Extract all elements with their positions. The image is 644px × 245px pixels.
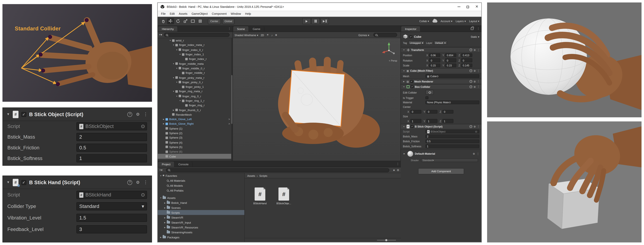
tab-game[interactable]: Game xyxy=(249,26,264,31)
kebab-menu-icon[interactable]: ⋮ xyxy=(395,163,401,166)
tab-hierarchy[interactable]: Hierarchy xyxy=(158,26,178,31)
hierarchy-item[interactable]: ▼wrist_r xyxy=(158,38,231,43)
axis-field[interactable]: 1 xyxy=(410,119,422,123)
minimize-button[interactable] xyxy=(454,3,463,11)
axis-field[interactable]: 0 xyxy=(446,58,456,62)
foldout-arrow-icon[interactable]: ▼ xyxy=(172,44,175,46)
scene-lighting-toggle[interactable]: ☀ xyxy=(266,33,269,36)
hierarchy-item[interactable]: ▶Bstick_Glove_Right> xyxy=(158,122,231,126)
project-tree-item[interactable]: Scripts xyxy=(158,210,244,215)
help-icon[interactable]: ? xyxy=(470,85,472,88)
foldout-arrow-icon[interactable]: ▼ xyxy=(6,181,10,184)
foldout-arrow-icon[interactable]: ▶ xyxy=(164,221,166,223)
breadcrumb-assets[interactable]: Assets xyxy=(247,174,255,177)
axis-field[interactable]: 1 xyxy=(426,119,438,123)
perspective-toggle[interactable]: < Persp xyxy=(389,59,397,62)
enabled-checkbox[interactable]: ✓ xyxy=(21,180,26,185)
foldout-arrow-icon[interactable]: ▼ xyxy=(176,49,178,51)
pause-button[interactable] xyxy=(311,18,320,24)
project-tree-item[interactable]: All Models xyxy=(158,183,244,188)
project-tree-item[interactable]: ▶SteamVR xyxy=(158,215,244,220)
hierarchy-item[interactable]: Sphere (3) xyxy=(158,136,231,140)
mesh-renderer-header[interactable]: ▶ ▨ ✓ Mesh Renderer ? ⚙ ⋮ xyxy=(401,79,482,84)
add-component-button[interactable]: Add Component xyxy=(418,168,464,175)
enabled-checkbox[interactable]: ✓ xyxy=(411,85,414,88)
prefab-open-arrow[interactable]: > xyxy=(228,118,231,121)
axis-field[interactable]: 0 xyxy=(429,58,440,62)
box-collider-header[interactable]: ▼ ✓ Box Collider ? ⚙ ⋮ xyxy=(401,84,482,89)
project-tree-item[interactable]: ▶SteamVR_Input xyxy=(158,220,244,225)
help-icon[interactable]: ? xyxy=(470,69,472,72)
foldout-arrow-icon[interactable]: ▶ xyxy=(164,226,166,228)
kebab-menu-icon[interactable]: ⋮ xyxy=(477,69,480,72)
value-field[interactable]: 2 xyxy=(76,133,147,141)
kebab-menu-icon[interactable]: ⋮ xyxy=(143,180,148,185)
step-button[interactable] xyxy=(320,18,329,24)
icon-size-slider[interactable] xyxy=(377,239,396,241)
value-field[interactable]: 0.5 xyxy=(76,144,147,152)
help-icon[interactable]: ? xyxy=(470,48,472,51)
scene-effects-toggle[interactable]: ◈ xyxy=(275,33,277,36)
foldout-arrow-icon[interactable]: ▼ xyxy=(169,39,172,41)
hierarchy-item[interactable]: ▼finger_ring_0_r xyxy=(158,94,231,98)
project-tree-item[interactable]: ▶Bstick_Hand xyxy=(158,200,244,205)
slider-knob[interactable] xyxy=(385,239,387,241)
axis-field[interactable]: 0.15 xyxy=(446,64,456,67)
axis-field[interactable]: 0 xyxy=(410,110,422,114)
hierarchy-item[interactable]: ▼finger_pinky_meta_r xyxy=(158,75,231,80)
gizmos-dropdown[interactable]: Gizmos▾ xyxy=(358,33,369,36)
hierarchy-scrollbar[interactable] xyxy=(231,38,232,161)
foldout-arrow-icon[interactable]: ▼ xyxy=(159,175,162,177)
shading-mode-dropdown[interactable]: Shaded Wireframe▾ xyxy=(234,33,258,36)
pivot-center-button[interactable]: Center xyxy=(208,18,221,24)
foldout-arrow-icon[interactable]: ▼ xyxy=(176,95,178,97)
project-settings-icon[interactable]: ⚙ xyxy=(397,168,399,172)
object-picker-icon[interactable]: ⊙ xyxy=(475,130,477,133)
foldout-arrow-icon[interactable]: ▼ xyxy=(172,63,175,65)
value-field[interactable]: 1 xyxy=(76,154,147,163)
help-icon[interactable]: ? xyxy=(470,80,472,83)
menu-component[interactable]: Component xyxy=(210,12,228,15)
kebab-menu-icon[interactable]: ⋮ xyxy=(477,80,480,83)
edit-collider-button[interactable] xyxy=(426,90,434,95)
menu-help[interactable]: Help xyxy=(243,12,253,15)
is-trigger-checkbox[interactable] xyxy=(426,96,428,99)
value-field[interactable]: 2 xyxy=(426,134,479,138)
axis-field[interactable]: 0 xyxy=(442,110,454,114)
hierarchy-item[interactable]: Sphere (6) xyxy=(158,149,231,154)
layer-dropdown[interactable]: Default▾ xyxy=(434,41,447,45)
project-tree-item[interactable]: ▼★Favorites xyxy=(158,173,244,178)
layout-dropdown[interactable]: Layout▾ xyxy=(469,19,480,23)
gameobject-name[interactable]: Cube xyxy=(414,35,469,38)
hierarchy-item[interactable]: Sphere (2) xyxy=(158,131,231,135)
axis-field[interactable]: 0.145 xyxy=(461,64,472,67)
presets-icon[interactable]: ⚙ xyxy=(474,80,476,83)
presets-icon[interactable]: ⚙ xyxy=(473,152,475,155)
close-button[interactable]: ✕ xyxy=(472,3,481,11)
maximize-button[interactable] xyxy=(463,3,472,11)
project-search-input[interactable] xyxy=(166,168,390,172)
tab-console[interactable]: Console xyxy=(175,162,193,167)
help-icon[interactable]: ? xyxy=(470,125,472,128)
axis-field[interactable]: 0.413 xyxy=(461,53,472,57)
rect-tool-button[interactable] xyxy=(189,18,196,24)
axis-field[interactable]: 0.15 xyxy=(429,64,440,67)
layers-dropdown[interactable]: Layers▾ xyxy=(456,19,466,23)
tag-dropdown[interactable]: Untagged▾ xyxy=(408,41,425,45)
project-tree-item[interactable]: ▶Scenes xyxy=(158,205,244,210)
foldout-arrow-icon[interactable]: ▶ xyxy=(164,207,166,209)
hierarchy-item[interactable]: ▼finger_pinky_0_r xyxy=(158,80,231,84)
enabled-checkbox[interactable]: ✓ xyxy=(21,112,26,117)
prefab-open-arrow[interactable]: > xyxy=(228,122,231,125)
foldout-arrow-icon[interactable]: ▶ xyxy=(172,109,175,111)
hierarchy-item[interactable]: ▼finger_index_1 xyxy=(158,52,231,57)
dropdown-field[interactable]: Standard▾ xyxy=(76,202,147,211)
presets-icon[interactable]: ⚙ xyxy=(136,112,140,117)
hierarchy-item[interactable]: ▼finger_middle_0_r xyxy=(158,66,231,70)
shader-dropdown[interactable]: Standard▾ xyxy=(421,158,478,162)
tab-inspector[interactable]: Inspector xyxy=(401,26,420,31)
foldout-arrow-icon[interactable]: ▶ xyxy=(164,202,166,204)
kebab-menu-icon[interactable]: ⋮ xyxy=(143,112,148,117)
breadcrumb-scripts[interactable]: Scripts xyxy=(259,174,267,177)
rotate-tool-button[interactable] xyxy=(174,18,182,24)
